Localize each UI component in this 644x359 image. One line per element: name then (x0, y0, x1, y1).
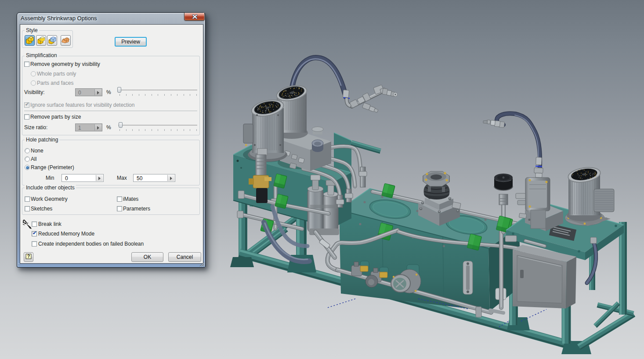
svg-text:?: ? (27, 254, 29, 259)
